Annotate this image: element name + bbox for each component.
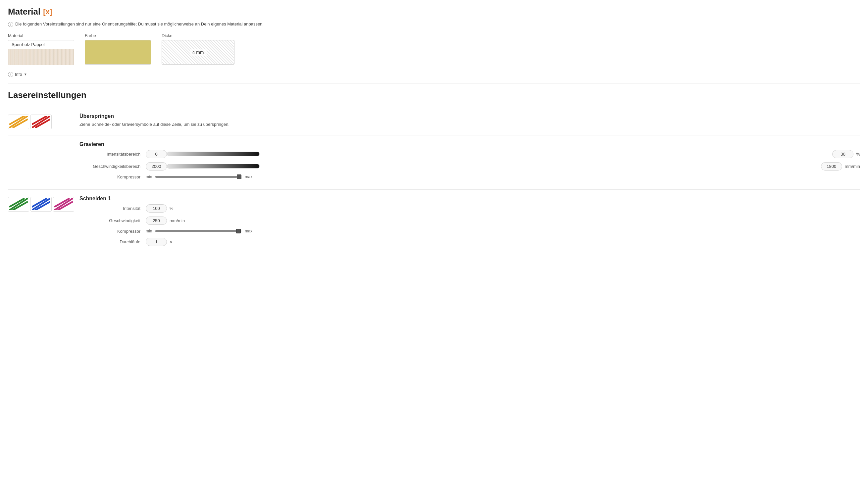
thickness-field-group: Dicke 4 mm	[162, 33, 235, 65]
close-button[interactable]: [x]	[43, 8, 52, 16]
info-dropdown-label: Info	[15, 72, 22, 77]
uberspringen-content: Überspringen Ziehe Schneide- oder Gravie…	[74, 113, 860, 127]
durchlauefe-row: Durchläufe ×	[80, 238, 860, 246]
kompressor-gravieren-slider: min max	[146, 174, 252, 179]
material-field-group: Material Sperrholz Pappel	[8, 33, 74, 65]
svg-line-0	[9, 116, 28, 128]
color-field-group: Farbe	[85, 33, 151, 65]
info-notice: i Die folgenden Voreinstellungen sind nu…	[8, 22, 860, 27]
kompressor-gravieren-track[interactable]	[155, 176, 241, 178]
operation-row-uberspringen: Überspringen Ziehe Schneide- oder Gravie…	[8, 107, 860, 135]
kompressor-schneiden1-slider: min max	[146, 229, 252, 233]
material-name: Sperrholz Pappel	[8, 40, 74, 49]
kompressor-gravieren-thumb[interactable]	[237, 174, 241, 179]
kompressor-schneiden1-label: Kompressor	[80, 229, 146, 234]
schneiden1-intensitaet-label: Intensität	[80, 206, 146, 211]
color-field-label: Farbe	[85, 33, 151, 38]
geschwindigkeit-slider-track[interactable]	[167, 164, 260, 168]
uberspringen-desc: Ziehe Schneide- oder Graviersymbole auf …	[80, 122, 860, 127]
kompressor-gravieren-label: Kompressor	[80, 174, 146, 180]
kompressor-schneiden1-row: Kompressor min max	[80, 229, 860, 234]
kompressor-gravieren-max: max	[245, 174, 252, 179]
material-fields: Material Sperrholz Pappel Farbe Dicke 4 …	[8, 33, 860, 65]
svg-line-6	[9, 198, 28, 210]
geschwindigkeit-min-input[interactable]	[146, 162, 167, 170]
kompressor-schneiden1-filled	[155, 230, 237, 232]
svg-line-12	[54, 198, 73, 210]
gravieren-name: Gravieren	[80, 141, 860, 147]
yellow-lines-icon	[8, 115, 29, 129]
schneiden1-name: Schneiden 1	[80, 196, 860, 202]
green-lines-icon	[8, 197, 29, 212]
material-swatch[interactable]: Sperrholz Pappel	[8, 40, 74, 65]
kompressor-gravieren-row: Kompressor min max	[80, 174, 860, 180]
blue-lines-icon	[30, 197, 52, 212]
schneiden1-icons	[8, 196, 74, 212]
gravieren-settings: Intensitätsbereich % Geschwindigkeitsber…	[80, 150, 860, 180]
durchlauefe-unit: ×	[169, 239, 172, 244]
intensitaet-slider-container	[167, 152, 832, 156]
color-swatch[interactable]	[85, 40, 151, 65]
intensitaet-row: Intensitätsbereich %	[80, 150, 860, 158]
chevron-down-icon: ▼	[24, 72, 27, 76]
operation-row-schneiden1: Schneiden 1 Intensität % Geschwindigkeit…	[8, 189, 860, 256]
schneiden1-settings: Intensität % Geschwindigkeit mm/min Komp…	[80, 204, 860, 246]
intensitaet-slider-track[interactable]	[167, 152, 260, 156]
gravieren-content: Gravieren Intensitätsbereich % Geschwind…	[74, 141, 860, 184]
notice-icon: i	[8, 22, 13, 27]
thickness-field-label: Dicke	[162, 33, 235, 38]
operation-row-gravieren: Gravieren Intensitätsbereich % Geschwind…	[8, 135, 860, 189]
geschwindigkeit-row: Geschwindigkeitsbereich mm/min	[80, 162, 860, 170]
red-lines-icon	[30, 115, 52, 129]
kompressor-schneiden1-min: min	[146, 229, 152, 233]
gravieren-icons	[8, 141, 74, 143]
schneiden1-intensitaet-unit: %	[169, 206, 174, 211]
geschwindigkeit-slider-container	[167, 164, 821, 168]
intensitaet-unit: %	[856, 152, 860, 157]
schneiden1-geschwindigkeit-input[interactable]	[146, 217, 167, 225]
material-title: Material	[8, 7, 40, 17]
info-dropdown-icon: i	[8, 72, 13, 77]
material-section: Material [x] i Die folgenden Voreinstell…	[8, 7, 860, 77]
kompressor-gravieren-filled	[155, 176, 237, 178]
material-header: Material [x]	[8, 7, 860, 17]
geschwindigkeit-max-input[interactable]	[821, 162, 842, 170]
thickness-value: 4 mm	[190, 49, 207, 56]
schneiden1-geschwindigkeit-row: Geschwindigkeit mm/min	[80, 217, 860, 225]
thickness-swatch[interactable]: 4 mm	[162, 40, 235, 65]
uberspringen-icons	[8, 113, 74, 129]
laser-section-title: Lasereinstellungen	[8, 90, 860, 100]
notice-text: Die folgenden Voreinstellungen sind nur …	[15, 22, 264, 27]
intensitaet-max-input[interactable]	[832, 150, 854, 158]
schneiden1-geschwindigkeit-label: Geschwindigkeit	[80, 218, 146, 223]
uberspringen-name: Überspringen	[80, 113, 860, 119]
schneiden1-intensitaet-row: Intensität %	[80, 204, 860, 213]
material-field-label: Material	[8, 33, 74, 38]
geschwindigkeit-label: Geschwindigkeitsbereich	[80, 164, 146, 169]
pink-lines-icon	[53, 197, 74, 212]
geschwindigkeit-unit: mm/min	[845, 164, 860, 169]
intensitaet-min-input[interactable]	[146, 150, 167, 158]
schneiden1-geschwindigkeit-unit: mm/min	[169, 218, 185, 223]
kompressor-schneiden1-max: max	[245, 229, 252, 233]
durchlauefe-label: Durchläufe	[80, 239, 146, 244]
schneiden1-content: Schneiden 1 Intensität % Geschwindigkeit…	[74, 196, 860, 250]
kompressor-schneiden1-track[interactable]	[155, 230, 241, 232]
kompressor-gravieren-min: min	[146, 174, 152, 179]
kompressor-schneiden1-thumb[interactable]	[236, 229, 241, 233]
material-texture	[8, 49, 74, 65]
section-divider	[8, 83, 860, 84]
svg-line-3	[32, 116, 50, 128]
laser-section: Lasereinstellungen Übersprin	[8, 90, 860, 256]
svg-line-9	[32, 198, 50, 210]
schneiden1-intensitaet-input[interactable]	[146, 204, 167, 213]
intensitaet-label: Intensitätsbereich	[80, 152, 146, 157]
durchlauefe-input[interactable]	[146, 238, 167, 246]
info-dropdown[interactable]: i Info ▼	[8, 72, 27, 77]
